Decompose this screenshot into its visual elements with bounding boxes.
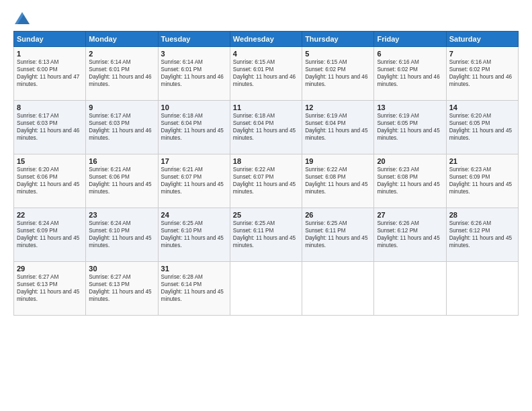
day-number: 26	[305, 211, 371, 219]
calendar-cell-day-25: 25 Sunrise: 6:25 AMSunset: 6:11 PMDaylig…	[230, 208, 302, 262]
day-number: 22	[17, 211, 83, 219]
weekday-header-saturday: Saturday	[446, 32, 518, 47]
day-number: 8	[17, 103, 83, 111]
day-info: Sunrise: 6:25 AMSunset: 6:11 PMDaylight:…	[233, 220, 299, 249]
logo	[13, 12, 30, 24]
day-info: Sunrise: 6:18 AMSunset: 6:04 PMDaylight:…	[161, 112, 227, 142]
day-info: Sunrise: 6:27 AMSunset: 6:13 PMDaylight:…	[17, 273, 83, 303]
calendar-cell-day-6: 6 Sunrise: 6:16 AMSunset: 6:02 PMDayligh…	[374, 47, 446, 101]
day-info: Sunrise: 6:27 AMSunset: 6:13 PMDaylight:…	[89, 273, 154, 303]
day-number: 31	[161, 265, 227, 273]
day-number: 14	[449, 103, 515, 111]
calendar-cell-day-13: 13 Sunrise: 6:19 AMSunset: 6:05 PMDaylig…	[374, 101, 446, 154]
calendar-cell-day-21: 21 Sunrise: 6:23 AMSunset: 6:09 PMDaylig…	[446, 154, 518, 208]
calendar-cell-day-20: 20 Sunrise: 6:23 AMSunset: 6:08 PMDaylig…	[374, 154, 446, 208]
day-info: Sunrise: 6:22 AMSunset: 6:07 PMDaylight:…	[233, 166, 299, 195]
calendar-cell-day-22: 22 Sunrise: 6:24 AMSunset: 6:09 PMDaylig…	[14, 208, 86, 262]
day-info: Sunrise: 6:18 AMSunset: 6:04 PMDaylight:…	[233, 112, 299, 142]
day-info: Sunrise: 6:25 AMSunset: 6:10 PMDaylight:…	[161, 220, 227, 249]
empty-cell	[230, 262, 302, 316]
day-info: Sunrise: 6:13 AMSunset: 6:00 PMDaylight:…	[17, 58, 83, 88]
calendar-cell-day-23: 23 Sunrise: 6:24 AMSunset: 6:10 PMDaylig…	[86, 208, 158, 262]
calendar-cell-day-4: 4 Sunrise: 6:15 AMSunset: 6:01 PMDayligh…	[230, 47, 302, 101]
empty-cell	[374, 262, 446, 316]
day-number: 21	[449, 157, 515, 165]
day-number: 5	[305, 50, 371, 58]
empty-cell	[302, 262, 374, 316]
calendar-cell-day-18: 18 Sunrise: 6:22 AMSunset: 6:07 PMDaylig…	[230, 154, 302, 208]
day-info: Sunrise: 6:26 AMSunset: 6:12 PMDaylight:…	[449, 220, 515, 249]
day-number: 10	[161, 103, 227, 111]
day-info: Sunrise: 6:22 AMSunset: 6:08 PMDaylight:…	[305, 166, 371, 195]
weekday-header-wednesday: Wednesday	[230, 32, 302, 47]
calendar-cell-day-17: 17 Sunrise: 6:21 AMSunset: 6:07 PMDaylig…	[158, 154, 230, 208]
day-number: 7	[449, 50, 515, 58]
day-info: Sunrise: 6:21 AMSunset: 6:07 PMDaylight:…	[161, 166, 227, 195]
day-info: Sunrise: 6:24 AMSunset: 6:09 PMDaylight:…	[17, 220, 83, 249]
day-number: 25	[233, 211, 299, 219]
calendar-cell-day-16: 16 Sunrise: 6:21 AMSunset: 6:06 PMDaylig…	[86, 154, 158, 208]
day-info: Sunrise: 6:14 AMSunset: 6:01 PMDaylight:…	[161, 58, 227, 88]
calendar-cell-day-7: 7 Sunrise: 6:16 AMSunset: 6:02 PMDayligh…	[446, 47, 518, 101]
day-number: 27	[377, 211, 443, 219]
day-info: Sunrise: 6:19 AMSunset: 6:05 PMDaylight:…	[377, 112, 443, 142]
day-info: Sunrise: 6:23 AMSunset: 6:08 PMDaylight:…	[377, 166, 443, 195]
day-number: 18	[233, 157, 299, 165]
weekday-header-sunday: Sunday	[14, 32, 86, 47]
day-info: Sunrise: 6:19 AMSunset: 6:04 PMDaylight:…	[305, 112, 371, 142]
calendar-cell-day-8: 8 Sunrise: 6:17 AMSunset: 6:03 PMDayligh…	[14, 101, 86, 154]
empty-cell	[446, 262, 518, 316]
calendar-cell-day-26: 26 Sunrise: 6:25 AMSunset: 6:11 PMDaylig…	[302, 208, 374, 262]
day-number: 29	[17, 265, 83, 273]
day-info: Sunrise: 6:17 AMSunset: 6:03 PMDaylight:…	[17, 112, 83, 142]
calendar-cell-day-2: 2 Sunrise: 6:14 AMSunset: 6:01 PMDayligh…	[86, 47, 158, 101]
day-number: 3	[161, 50, 227, 58]
day-info: Sunrise: 6:26 AMSunset: 6:12 PMDaylight:…	[377, 220, 443, 249]
weekday-header-thursday: Thursday	[302, 32, 374, 47]
day-number: 19	[305, 157, 371, 165]
calendar-cell-day-15: 15 Sunrise: 6:20 AMSunset: 6:06 PMDaylig…	[14, 154, 86, 208]
calendar-cell-day-30: 30 Sunrise: 6:27 AMSunset: 6:13 PMDaylig…	[86, 262, 158, 316]
calendar-cell-day-3: 3 Sunrise: 6:14 AMSunset: 6:01 PMDayligh…	[158, 47, 230, 101]
weekday-header-monday: Monday	[86, 32, 158, 47]
day-info: Sunrise: 6:16 AMSunset: 6:02 PMDaylight:…	[377, 58, 443, 88]
calendar-cell-day-31: 31 Sunrise: 6:28 AMSunset: 6:14 PMDaylig…	[158, 262, 230, 316]
day-info: Sunrise: 6:17 AMSunset: 6:03 PMDaylight:…	[89, 112, 154, 142]
day-info: Sunrise: 6:16 AMSunset: 6:02 PMDaylight:…	[449, 58, 515, 88]
day-number: 6	[377, 50, 443, 58]
calendar-table: SundayMondayTuesdayWednesdayThursdayFrid…	[13, 31, 519, 316]
calendar-cell-day-11: 11 Sunrise: 6:18 AMSunset: 6:04 PMDaylig…	[230, 101, 302, 154]
day-info: Sunrise: 6:24 AMSunset: 6:10 PMDaylight:…	[89, 220, 154, 249]
calendar-cell-day-5: 5 Sunrise: 6:15 AMSunset: 6:02 PMDayligh…	[302, 47, 374, 101]
day-info: Sunrise: 6:23 AMSunset: 6:09 PMDaylight:…	[449, 166, 515, 195]
calendar-cell-day-19: 19 Sunrise: 6:22 AMSunset: 6:08 PMDaylig…	[302, 154, 374, 208]
calendar-cell-day-24: 24 Sunrise: 6:25 AMSunset: 6:10 PMDaylig…	[158, 208, 230, 262]
day-number: 23	[89, 211, 154, 219]
header	[13, 12, 519, 24]
day-number: 15	[17, 157, 83, 165]
day-info: Sunrise: 6:25 AMSunset: 6:11 PMDaylight:…	[305, 220, 371, 249]
day-number: 4	[233, 50, 299, 58]
day-info: Sunrise: 6:15 AMSunset: 6:02 PMDaylight:…	[305, 58, 371, 88]
calendar-cell-day-29: 29 Sunrise: 6:27 AMSunset: 6:13 PMDaylig…	[14, 262, 86, 316]
calendar-cell-day-10: 10 Sunrise: 6:18 AMSunset: 6:04 PMDaylig…	[158, 101, 230, 154]
day-info: Sunrise: 6:20 AMSunset: 6:05 PMDaylight:…	[449, 112, 515, 142]
logo-icon	[15, 12, 30, 24]
weekday-header-tuesday: Tuesday	[158, 32, 230, 47]
day-number: 17	[161, 157, 227, 165]
calendar-cell-day-28: 28 Sunrise: 6:26 AMSunset: 6:12 PMDaylig…	[446, 208, 518, 262]
weekday-header-friday: Friday	[374, 32, 446, 47]
calendar-cell-day-12: 12 Sunrise: 6:19 AMSunset: 6:04 PMDaylig…	[302, 101, 374, 154]
day-number: 1	[17, 50, 83, 58]
day-info: Sunrise: 6:14 AMSunset: 6:01 PMDaylight:…	[89, 58, 154, 88]
day-number: 28	[449, 211, 515, 219]
calendar-cell-day-9: 9 Sunrise: 6:17 AMSunset: 6:03 PMDayligh…	[86, 101, 158, 154]
day-number: 20	[377, 157, 443, 165]
day-number: 12	[305, 103, 371, 111]
day-number: 9	[89, 103, 154, 111]
day-number: 24	[161, 211, 227, 219]
day-number: 16	[89, 157, 154, 165]
calendar-cell-day-27: 27 Sunrise: 6:26 AMSunset: 6:12 PMDaylig…	[374, 208, 446, 262]
day-number: 13	[377, 103, 443, 111]
page: SundayMondayTuesdayWednesdayThursdayFrid…	[0, 0, 532, 411]
